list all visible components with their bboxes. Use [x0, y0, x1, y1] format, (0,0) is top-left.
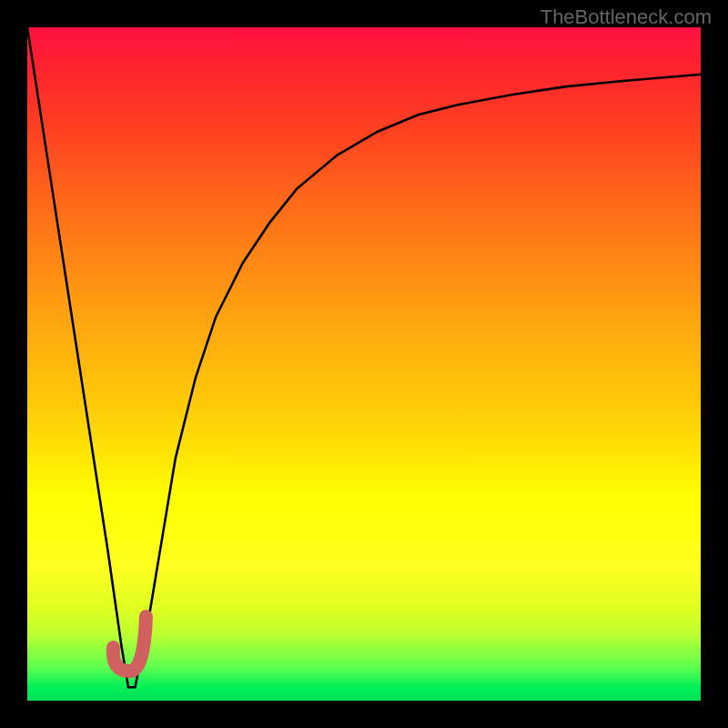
watermark-text: TheBottleneck.com — [541, 5, 712, 29]
chart-area — [27, 27, 701, 701]
chart-curve-svg — [27, 27, 701, 701]
bottleneck-curve-line — [27, 27, 701, 687]
